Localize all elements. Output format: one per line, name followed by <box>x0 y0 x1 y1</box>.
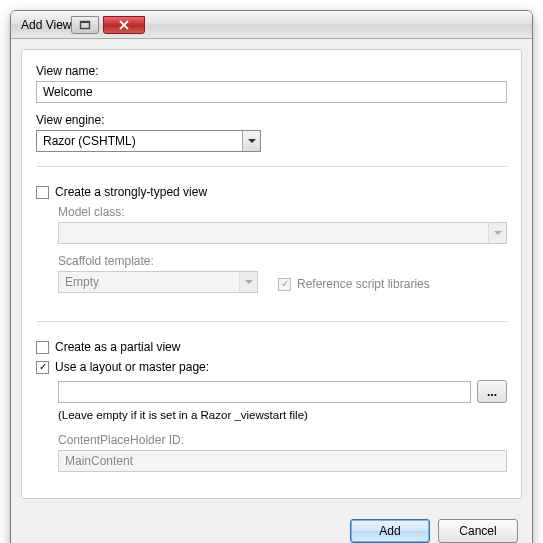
use-layout-label: Use a layout or master page: <box>55 360 209 374</box>
close-icon <box>118 20 130 30</box>
add-button[interactable]: Add <box>350 519 430 543</box>
window-title: Add View <box>21 18 71 32</box>
ref-script-libs-checkbox: ✓ <box>278 278 291 291</box>
strongly-typed-label: Create a strongly-typed view <box>55 185 207 199</box>
add-view-dialog: Add View View name: View engine: Razor (… <box>10 10 533 543</box>
add-button-label: Add <box>379 524 400 538</box>
chevron-down-icon <box>494 231 502 235</box>
use-layout-checkbox[interactable]: ✓ <box>36 361 49 374</box>
close-button[interactable] <box>103 16 145 34</box>
use-layout-row[interactable]: ✓ Use a layout or master page: <box>36 360 507 374</box>
partial-view-row[interactable]: Create as a partial view <box>36 340 507 354</box>
model-class-dropdown-button <box>488 223 506 243</box>
browse-layout-button[interactable]: ... <box>477 380 507 403</box>
browse-button-label: ... <box>487 385 497 399</box>
model-class-combo <box>58 222 507 244</box>
partial-view-checkbox[interactable] <box>36 341 49 354</box>
layout-path-input[interactable] <box>58 381 471 403</box>
cph-id-label: ContentPlaceHolder ID: <box>58 433 507 447</box>
scaffold-template-label: Scaffold template: <box>58 254 258 268</box>
view-name-label: View name: <box>36 64 507 78</box>
partial-view-label: Create as a partial view <box>55 340 180 354</box>
cancel-button[interactable]: Cancel <box>438 519 518 543</box>
titlebar: Add View <box>11 11 532 39</box>
cancel-button-label: Cancel <box>459 524 496 538</box>
cph-id-input <box>58 450 507 472</box>
dialog-footer: Add Cancel <box>11 509 532 543</box>
strongly-typed-row[interactable]: Create a strongly-typed view <box>36 185 507 199</box>
scaffold-template-value: Empty <box>59 275 239 289</box>
view-engine-combo[interactable]: Razor (CSHTML) <box>36 130 261 152</box>
view-engine-value: Razor (CSHTML) <box>37 134 242 148</box>
strongly-typed-checkbox[interactable] <box>36 186 49 199</box>
window-controls <box>71 16 145 34</box>
dialog-content: View name: View engine: Razor (CSHTML) C… <box>21 49 522 499</box>
view-name-input[interactable] <box>36 81 507 103</box>
chevron-down-icon <box>245 280 253 284</box>
view-engine-dropdown-button[interactable] <box>242 131 260 151</box>
ref-script-libs-label: Reference script libraries <box>297 277 430 291</box>
maximize-icon <box>79 20 91 30</box>
scaffold-template-dropdown-button <box>239 272 257 292</box>
model-class-label: Model class: <box>58 205 507 219</box>
ref-script-libs-row: ✓ Reference script libraries <box>278 277 430 291</box>
maximize-button[interactable] <box>71 16 99 34</box>
layout-hint: (Leave empty if it is set in a Razor _vi… <box>58 409 507 421</box>
chevron-down-icon <box>248 139 256 143</box>
scaffold-template-combo: Empty <box>58 271 258 293</box>
view-engine-label: View engine: <box>36 113 507 127</box>
